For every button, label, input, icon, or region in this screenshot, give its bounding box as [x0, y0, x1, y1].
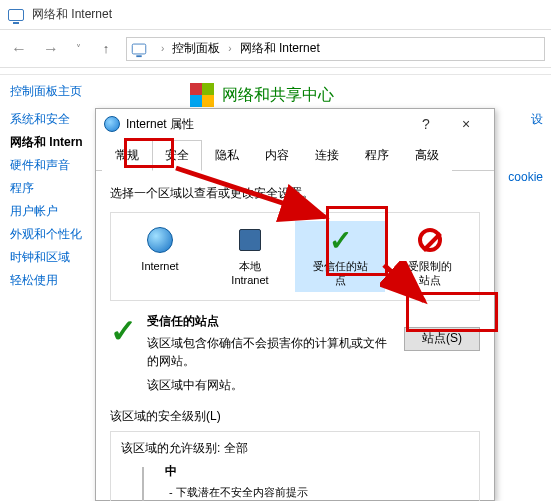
monitor-icon: [8, 9, 24, 21]
allow-levels-label: 该区域的允许级别: 全部: [121, 440, 469, 457]
tab-privacy[interactable]: 隐私: [202, 140, 252, 171]
breadcrumb-network[interactable]: 网络和 Internet: [238, 40, 322, 57]
explorer-titlebar: 网络和 Internet: [0, 0, 551, 30]
dialog-tabs: 常规 安全 隐私 内容 连接 程序 高级: [96, 139, 494, 171]
history-dropdown[interactable]: ˅: [70, 36, 86, 62]
forbidden-icon: [418, 228, 442, 252]
back-button[interactable]: ←: [6, 36, 32, 62]
sidebar: 控制面板主页 系统和安全 网络和 Intern 硬件和声音 程序 用户帐户 外观…: [0, 75, 92, 300]
server-icon: [239, 229, 261, 251]
sidebar-item[interactable]: 时钟和区域: [10, 246, 92, 269]
sidebar-item[interactable]: 系统和安全: [10, 108, 92, 131]
zone-label: 本地 Intranet: [207, 259, 293, 288]
chevron-right-icon: ›: [159, 43, 166, 54]
network-center-icon: [190, 83, 214, 107]
close-button[interactable]: ×: [446, 110, 486, 138]
tab-advanced[interactable]: 高级: [402, 140, 452, 171]
sidebar-item[interactable]: 用户帐户: [10, 200, 92, 223]
zone-desc-text: 该区域包含你确信不会损害你的计算机或文件的网站。: [147, 334, 394, 370]
sites-button[interactable]: 站点(S): [404, 327, 480, 351]
help-button[interactable]: ?: [406, 110, 446, 138]
zone-trusted[interactable]: ✓ 受信任的站 点: [295, 221, 385, 292]
sidebar-item[interactable]: 轻松使用: [10, 269, 92, 292]
checkmark-icon: ✓: [110, 317, 137, 346]
chevron-right-icon: ›: [226, 43, 233, 54]
zone-label: Internet: [117, 259, 203, 273]
security-bullet: - 下载潜在不安全内容前提示: [169, 484, 318, 501]
internet-properties-dialog: Internet 属性 ? × 常规 安全 隐私 内容 连接 程序 高级 选择一…: [95, 108, 495, 501]
slider-value: 中: [165, 463, 318, 480]
tab-content[interactable]: 内容: [252, 140, 302, 171]
zone-restricted[interactable]: 受限制的 站点: [385, 221, 475, 292]
right-link[interactable]: 设: [508, 108, 543, 131]
explorer-toolbar: ← → ˅ ↑ › 控制面板 › 网络和 Internet: [0, 30, 551, 68]
zone-list: Internet 本地 Intranet ✓ 受信任的站 点 受限制的 站点: [110, 212, 480, 301]
page-heading[interactable]: 网络和共享中心: [222, 85, 334, 106]
location-icon: [132, 43, 146, 54]
right-links: 设 cookie: [508, 108, 543, 187]
zone-description: ✓ 受信任的站点 该区域包含你确信不会损害你的计算机或文件的网站。 该区域中有网…: [110, 313, 480, 394]
address-bar[interactable]: › 控制面板 › 网络和 Internet: [126, 37, 545, 61]
tab-programs[interactable]: 程序: [352, 140, 402, 171]
zone-prompt: 选择一个区域以查看或更改安全设置。: [110, 185, 480, 202]
tab-connections[interactable]: 连接: [302, 140, 352, 171]
globe-icon: [104, 116, 120, 132]
dialog-title: Internet 属性: [126, 116, 406, 133]
globe-icon: [147, 227, 173, 253]
tab-security[interactable]: 安全: [152, 140, 202, 171]
checkmark-icon: ✓: [329, 224, 352, 257]
tab-general[interactable]: 常规: [102, 140, 152, 171]
zone-desc-text2: 该区域中有网站。: [147, 376, 394, 394]
sidebar-list: 系统和安全 网络和 Intern 硬件和声音 程序 用户帐户 外观和个性化 时钟…: [10, 108, 92, 292]
forward-button[interactable]: →: [38, 36, 64, 62]
sidebar-item[interactable]: 硬件和声音: [10, 154, 92, 177]
zone-intranet[interactable]: 本地 Intranet: [205, 221, 295, 292]
security-slider[interactable]: [133, 463, 153, 501]
zone-desc-title: 受信任的站点: [147, 313, 394, 330]
security-level-group: 该区域的安全级别(L) 该区域的允许级别: 全部 中 - 下载潜在不安全内容前提…: [110, 408, 480, 501]
zone-label: 受限制的 站点: [387, 259, 473, 288]
dialog-titlebar: Internet 属性 ? ×: [96, 109, 494, 139]
breadcrumb-control-panel[interactable]: 控制面板: [170, 40, 222, 57]
right-link[interactable]: cookie: [508, 167, 543, 187]
zone-label: 受信任的站 点: [297, 259, 383, 288]
security-level-label: 该区域的安全级别(L): [110, 408, 480, 425]
sidebar-item[interactable]: 外观和个性化: [10, 223, 92, 246]
zone-internet[interactable]: Internet: [115, 221, 205, 292]
window-title: 网络和 Internet: [32, 6, 112, 23]
up-button[interactable]: ↑: [96, 39, 116, 59]
sidebar-title[interactable]: 控制面板主页: [10, 83, 92, 100]
sidebar-item[interactable]: 程序: [10, 177, 92, 200]
sidebar-item[interactable]: 网络和 Intern: [10, 131, 92, 154]
